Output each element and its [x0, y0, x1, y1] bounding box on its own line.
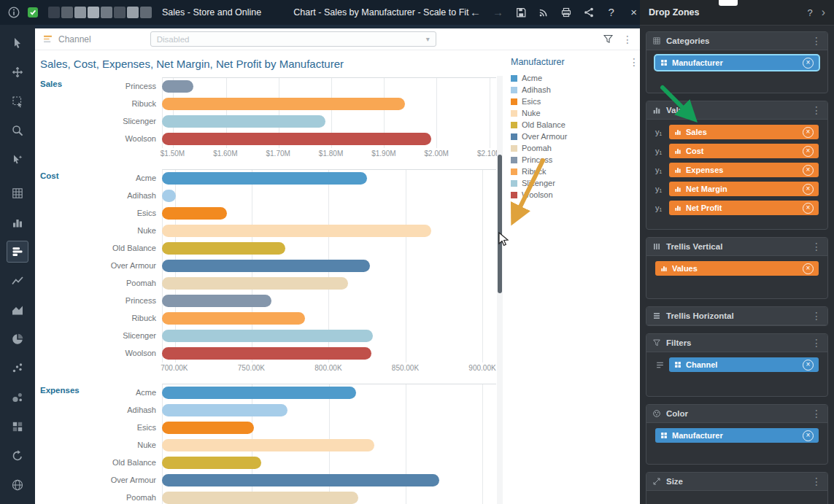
help-button[interactable]: ?: [605, 6, 618, 19]
remove-field-icon[interactable]: ×: [803, 263, 814, 274]
drop-zone-body[interactable]: y₁Sales×y₁Cost×y₁Expenses×y₁Net Margin×y…: [646, 120, 827, 229]
bar[interactable]: [162, 277, 348, 290]
collapse-panel-icon[interactable]: ›: [822, 6, 825, 19]
info-icon[interactable]: [7, 6, 20, 19]
bar[interactable]: [162, 115, 325, 128]
remove-field-icon[interactable]: ×: [803, 184, 814, 195]
remove-field-icon[interactable]: ×: [803, 203, 814, 214]
bar[interactable]: [162, 347, 371, 360]
bar[interactable]: [162, 242, 285, 255]
chart-vertical-scrollbar[interactable]: [497, 76, 503, 504]
channel-dropdown[interactable]: Disabled ▾: [150, 31, 436, 47]
matrix-chart-type[interactable]: [7, 416, 28, 438]
bar[interactable]: [162, 98, 405, 110]
bar[interactable]: [162, 207, 227, 220]
remove-field-icon[interactable]: ×: [803, 58, 814, 69]
lasso-select-tool[interactable]: [7, 149, 28, 171]
field-chip-manufacturer[interactable]: Manufacturer×: [655, 428, 819, 443]
field-chip-manufacturer[interactable]: Manufacturer×: [655, 55, 819, 70]
field-chip-sales[interactable]: Sales×: [669, 125, 819, 139]
area-chart-type[interactable]: [7, 299, 28, 321]
bubble-chart-type[interactable]: [7, 387, 28, 408]
drop-zone-menu-icon[interactable]: ⋮: [811, 338, 822, 348]
bar[interactable]: [162, 80, 193, 93]
bar-chart-type[interactable]: [7, 241, 28, 263]
marquee-select-tool[interactable]: [7, 90, 28, 112]
print-button[interactable]: [560, 6, 573, 19]
bar[interactable]: [162, 190, 176, 202]
line-chart-type[interactable]: [7, 270, 28, 292]
share-button[interactable]: [582, 6, 595, 19]
legend-item[interactable]: Over Armour: [511, 131, 639, 142]
remove-field-icon[interactable]: ×: [803, 146, 814, 157]
bar[interactable]: [162, 492, 358, 504]
bar[interactable]: [162, 295, 271, 307]
drop-zone-menu-icon[interactable]: ⋮: [811, 311, 822, 321]
close-button[interactable]: ×: [628, 6, 641, 19]
app-icon[interactable]: [26, 6, 39, 19]
legend-item[interactable]: Esics: [511, 96, 639, 107]
field-chip-net-margin[interactable]: Net Margin×: [669, 182, 819, 196]
pointer-tool[interactable]: [7, 32, 28, 54]
remove-field-icon[interactable]: ×: [803, 360, 814, 371]
bar[interactable]: [162, 225, 431, 237]
pan-tool[interactable]: [7, 61, 28, 83]
legend-menu-icon[interactable]: ⋮: [629, 57, 639, 67]
zoom-tool[interactable]: [7, 120, 28, 141]
bar[interactable]: [162, 133, 431, 145]
legend-item[interactable]: Princess: [511, 154, 639, 166]
legend-item[interactable]: Acme: [511, 72, 639, 84]
drop-zone-body[interactable]: Channel×: [646, 352, 827, 396]
field-chip-channel[interactable]: Channel×: [669, 357, 819, 372]
legend-item[interactable]: Nuke: [511, 107, 639, 119]
legend-item[interactable]: Woolson: [511, 189, 639, 201]
legend-item[interactable]: Adihash: [511, 84, 639, 96]
bar[interactable]: [162, 439, 374, 451]
forward-button[interactable]: →: [492, 6, 505, 19]
field-chip-net-profit[interactable]: Net Profit×: [669, 201, 819, 215]
drop-zone-menu-icon[interactable]: ⋮: [811, 105, 822, 115]
bar[interactable]: [162, 387, 356, 399]
scrollbar-thumb[interactable]: [498, 155, 502, 293]
bar[interactable]: [162, 457, 261, 469]
bar[interactable]: [162, 330, 373, 342]
column-chart-type[interactable]: [7, 212, 28, 233]
field-chip-expenses[interactable]: Expenses×: [669, 163, 819, 177]
remove-field-icon[interactable]: ×: [803, 430, 814, 441]
filter-bar-menu-icon[interactable]: ⋮: [622, 34, 633, 44]
help-icon[interactable]: ?: [807, 7, 812, 18]
field-chip-cost[interactable]: Cost×: [669, 144, 819, 158]
remove-field-icon[interactable]: ×: [803, 165, 814, 176]
bar[interactable]: [162, 172, 367, 185]
drop-zone-body[interactable]: Manufacturer×: [646, 50, 827, 93]
bar[interactable]: [162, 422, 254, 434]
legend-item[interactable]: Old Balance: [511, 119, 639, 131]
data-feed-button[interactable]: [537, 6, 550, 19]
drop-zone-body[interactable]: [646, 491, 827, 504]
drop-zone-menu-icon[interactable]: ⋮: [811, 408, 822, 419]
remove-field-icon[interactable]: ×: [803, 127, 814, 138]
scatter-chart-type[interactable]: [7, 357, 28, 379]
grid-view[interactable]: [7, 182, 28, 204]
legend-item[interactable]: Slicenger: [511, 177, 639, 189]
bar[interactable]: [162, 474, 439, 486]
pie-chart-type[interactable]: [7, 328, 28, 350]
legend-item[interactable]: Poomah: [511, 142, 639, 154]
drop-zone-body[interactable]: Manufacturer×: [646, 423, 827, 464]
field-chip-values[interactable]: Values×: [655, 261, 819, 276]
rotate-chart-type[interactable]: [7, 445, 28, 467]
legend-item[interactable]: Ribuck: [511, 166, 639, 177]
bar[interactable]: [162, 260, 370, 272]
drop-zone-menu-icon[interactable]: ⋮: [811, 476, 822, 486]
map-chart-type[interactable]: [7, 474, 28, 496]
bar[interactable]: [162, 312, 305, 325]
drop-zone-menu-icon[interactable]: ⋮: [811, 241, 822, 252]
drop-zone-menu-icon[interactable]: ⋮: [811, 36, 822, 46]
funnel-icon[interactable]: [603, 34, 614, 44]
trellis-chart[interactable]: SalesPrincessRibuckSlicengerWoolson$1.50…: [35, 74, 496, 504]
panel-scrollbar-thumb[interactable]: [719, 0, 738, 6]
bar[interactable]: [162, 404, 287, 416]
back-button[interactable]: ←: [469, 6, 482, 19]
drop-zone-body[interactable]: Values×: [646, 256, 827, 298]
save-button[interactable]: [514, 6, 528, 19]
